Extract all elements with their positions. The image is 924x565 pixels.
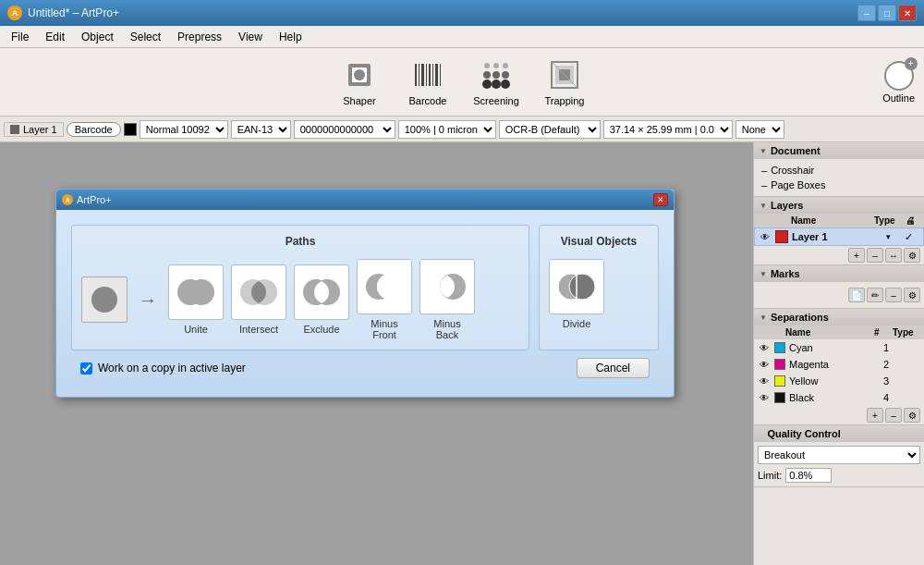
limit-input[interactable]: [785, 468, 832, 483]
layer-check[interactable]: ✓: [905, 231, 919, 243]
page-boxes-item[interactable]: – Page Boxes: [758, 178, 920, 192]
sep-settings-button[interactable]: ⚙: [904, 408, 920, 423]
separations-body: Name # Type 👁 Cyan 1 👁 Magenta 2: [754, 325, 924, 424]
minus-back-button[interactable]: Minus Back: [419, 259, 475, 340]
unite-button[interactable]: Unite: [168, 264, 224, 335]
separations-section: ▼ Separations Name # Type 👁 Cyan 1: [754, 309, 924, 425]
sep-column-header: Name # Type: [754, 325, 924, 339]
layer-label: Layer 1: [23, 124, 57, 135]
dialog-close-button[interactable]: ✕: [653, 193, 668, 206]
list-item[interactable]: 👁 Yellow 3: [754, 373, 924, 389]
limit-label: Limit:: [758, 470, 782, 481]
menu-edit[interactable]: Edit: [38, 29, 72, 45]
maximize-button[interactable]: □: [878, 5, 896, 21]
separations-header[interactable]: ▼ Separations: [754, 309, 924, 325]
intersect-button[interactable]: Intersect: [231, 264, 286, 335]
none-select[interactable]: None: [736, 120, 784, 139]
document-title: Document: [771, 145, 821, 156]
menu-help[interactable]: Help: [272, 29, 310, 45]
source-shape: [81, 276, 128, 323]
menu-select[interactable]: Select: [123, 29, 168, 45]
cyan-name: Cyan: [789, 342, 870, 353]
quality-control-body: Breakout Limit:: [754, 442, 924, 486]
toolbar-shaper[interactable]: Shaper: [327, 54, 392, 111]
toolbar-trapping[interactable]: Trapping: [532, 54, 597, 111]
merge-layer-button[interactable]: ↔: [885, 248, 902, 263]
size-select[interactable]: 37.14 × 25.99 mm | 0.0°: [603, 120, 733, 139]
screening-label: Screening: [473, 95, 519, 106]
layers-section: ▼ Layers Name Type 🖨 👁 Layer 1 ▾ ✓: [754, 197, 924, 265]
layers-body: Name Type 🖨 👁 Layer 1 ▾ ✓ + – ↔ ⚙: [754, 214, 924, 264]
svg-point-11: [484, 63, 490, 68]
crosshair-label: Crosshair: [771, 165, 814, 176]
breakout-select[interactable]: Breakout: [758, 446, 920, 464]
sep-remove-button[interactable]: –: [885, 408, 902, 423]
svg-rect-3: [415, 64, 417, 86]
menu-file[interactable]: File: [4, 29, 36, 45]
divide-icon: [549, 259, 604, 314]
quality-control-title: Quality Control: [767, 428, 840, 439]
outline-label: Outline: [882, 92, 915, 104]
outline-button[interactable]: + Outline: [882, 61, 915, 104]
color-swatch[interactable]: [124, 123, 137, 136]
cancel-button[interactable]: Cancel: [577, 358, 650, 378]
svg-point-17: [482, 80, 492, 89]
color-mode-select[interactable]: Normal 10092: [140, 120, 228, 139]
sep-visibility-yellow[interactable]: 👁: [758, 375, 771, 387]
barcode-type-select[interactable]: EAN-13: [231, 120, 291, 139]
close-button[interactable]: ✕: [898, 5, 917, 21]
scale-select[interactable]: 100% | 0 micron: [398, 120, 496, 139]
svg-point-23: [91, 287, 117, 313]
crosshair-item[interactable]: – Crosshair: [758, 163, 920, 178]
minus-front-button[interactable]: Minus Front: [357, 259, 412, 340]
layers-title: Layers: [771, 200, 803, 211]
document-header[interactable]: ▼ Document: [754, 142, 924, 159]
ops-row: → Unite: [81, 259, 519, 340]
table-row[interactable]: 👁 Layer 1 ▾ ✓: [754, 227, 924, 246]
svg-rect-6: [426, 64, 427, 86]
sep-visibility-black[interactable]: 👁: [758, 391, 771, 404]
layers-header[interactable]: ▼ Layers: [754, 197, 924, 214]
menu-object[interactable]: Object: [74, 29, 121, 45]
barcode-icon: [411, 58, 444, 92]
marks-header[interactable]: ▼ Marks: [754, 265, 924, 282]
menu-bar: File Edit Object Select Prepress View He…: [0, 26, 924, 48]
quality-control-header[interactable]: – Quality Control: [754, 425, 924, 442]
menu-prepress[interactable]: Prepress: [170, 29, 229, 45]
trapping-label: Trapping: [544, 95, 584, 106]
marks-remove-button[interactable]: –: [885, 288, 902, 302]
exclude-button[interactable]: Exclude: [294, 264, 349, 335]
layer-settings-button[interactable]: ⚙: [904, 248, 920, 263]
checkbox-label: Work on a copy in active layer: [98, 362, 246, 375]
toolbar-screening[interactable]: Screening: [464, 54, 529, 111]
sep-add-button[interactable]: +: [867, 408, 883, 423]
remove-layer-button[interactable]: –: [867, 248, 883, 263]
right-panel: ▼ Document – Crosshair – Page Boxes ▼ La…: [753, 142, 924, 565]
layers-type-col: Type: [874, 215, 902, 226]
layer-1-name: Layer 1: [792, 231, 882, 242]
list-item[interactable]: 👁 Black 4: [754, 389, 924, 406]
paths-title: Paths: [81, 235, 519, 248]
font-select[interactable]: OCR-B (Default): [499, 120, 601, 139]
menu-view[interactable]: View: [231, 29, 270, 45]
marks-add-button[interactable]: 📄: [848, 288, 865, 302]
marks-edit-button[interactable]: ✏: [867, 288, 883, 302]
sep-visibility-cyan[interactable]: 👁: [758, 341, 771, 354]
visibility-icon[interactable]: 👁: [759, 230, 772, 243]
add-layer-button[interactable]: +: [848, 248, 865, 263]
minimize-button[interactable]: –: [857, 5, 876, 21]
sep-visibility-magenta[interactable]: 👁: [758, 358, 771, 371]
cyan-swatch: [774, 342, 785, 353]
barcode-value-select[interactable]: 0000000000000: [294, 120, 395, 139]
app-title: Untitled* – ArtPro+: [28, 6, 119, 19]
canvas-area[interactable]: Copyright 2016 - www.artpro30download.co…: [0, 142, 753, 565]
list-item[interactable]: 👁 Cyan 1: [754, 339, 924, 356]
divide-button[interactable]: Divide: [549, 259, 604, 329]
svg-rect-10: [440, 64, 441, 86]
magenta-num: 2: [874, 359, 889, 370]
toolbar-barcode[interactable]: Barcode: [395, 54, 460, 111]
unite-icon: [168, 264, 224, 320]
list-item[interactable]: 👁 Magenta 2: [754, 356, 924, 373]
marks-settings-button[interactable]: ⚙: [904, 288, 920, 302]
copy-checkbox[interactable]: [80, 362, 92, 375]
